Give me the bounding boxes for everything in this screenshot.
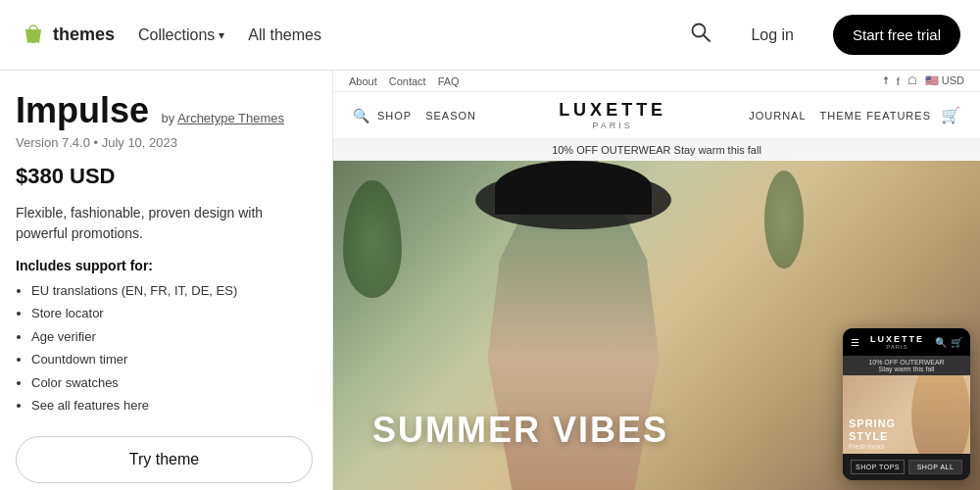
includes-label: Includes support for: (16, 258, 313, 273)
pinterest-icon: ☖ (907, 74, 917, 87)
preview-nav: 🔍 SHOP SEASON LUXETTE PARIS JOURNAL THEM… (333, 92, 980, 139)
features-list: EU translations (EN, FR, IT, DE, ES) Sto… (16, 279, 313, 416)
mobile-brand-area: LUXETTE PARIS (859, 334, 935, 350)
mobile-search-icon: 🔍 (935, 337, 947, 348)
list-item: Color swatches (31, 371, 313, 394)
collections-label: Collections (138, 26, 215, 44)
svg-point-0 (28, 42, 31, 45)
list-item: EU translations (EN, FR, IT, DE, ES) (31, 279, 313, 302)
theme-version: Version 7.4.0 • July 10, 2023 (16, 135, 313, 150)
login-button[interactable]: Log in (751, 26, 794, 44)
by-text: by (162, 111, 175, 125)
preview-faq: FAQ (438, 75, 460, 87)
mobile-shop-tops-btn[interactable]: SHOP TOPS (851, 460, 905, 474)
preview-brand-sub: PARIS (476, 121, 749, 130)
mobile-hero-text-area: SPRING STYLE Fresh looks (849, 417, 896, 450)
mobile-announcement: 10% OFF OUTERWEAR Stay warm this fall (843, 356, 970, 375)
preview-topbar: About Contact FAQ ☨ f ☖ 🇺🇸 USD (333, 71, 980, 92)
mobile-preview: ☰ LUXETTE PARIS 🔍 🛒 10% OFF OUTERWEAR St… (843, 328, 970, 480)
list-item: Countdown timer (31, 348, 313, 370)
left-panel: Impulse by Archetype Themes Version 7.4.… (0, 71, 333, 490)
hat-crown (495, 161, 652, 215)
mobile-hero-text1: SPRING (849, 417, 896, 430)
author-link[interactable]: Archetype Themes (177, 111, 284, 125)
theme-name: Impulse (16, 90, 149, 130)
preview-cart-icon: 🛒 (941, 106, 960, 124)
svg-line-3 (704, 35, 710, 41)
top-nav: themes Collections ▾ All themes Log in S… (0, 0, 980, 71)
preview-shop: SHOP (377, 110, 412, 122)
mobile-shop-all-btn[interactable]: SHOP ALL (908, 460, 962, 474)
logo-text: themes (53, 24, 115, 45)
preview-site: About Contact FAQ ☨ f ☖ 🇺🇸 USD 🔍 SHOP SE… (333, 71, 980, 490)
mobile-hero-text2: STYLE (849, 430, 896, 443)
search-icon[interactable] (690, 22, 711, 48)
chevron-down-icon: ▾ (219, 28, 224, 42)
hero-text: SUMMER VIBES (372, 410, 668, 451)
preview-brand: LUXETTE PARIS (476, 100, 749, 130)
try-theme-button[interactable]: Try theme (16, 436, 313, 483)
theme-description: Flexible, fashionable, proven design wit… (16, 203, 313, 244)
preview-theme-features: THEME FEATURES (820, 110, 931, 122)
theme-author-line: by Archetype Themes (162, 111, 285, 125)
preview-contact: Contact (389, 75, 426, 87)
mobile-brand-sub: PARIS (859, 344, 935, 350)
preview-social-icons: ☨ f ☖ 🇺🇸 USD (883, 74, 964, 87)
mobile-cart-icon: 🛒 (951, 337, 962, 348)
mobile-cta-area: SHOP TOPS SHOP ALL (843, 454, 970, 480)
preview-announcement: 10% OFF OUTERWEAR Stay warm this fall (333, 139, 980, 161)
list-item: Age verifier (31, 325, 313, 348)
right-panel: About Contact FAQ ☨ f ☖ 🇺🇸 USD 🔍 SHOP SE… (333, 71, 980, 490)
logo-area: themes (20, 22, 115, 49)
plant-decoration-2 (764, 171, 804, 269)
shopify-icon (20, 22, 47, 49)
preview-nav-links-right: JOURNAL THEME FEATURES (749, 110, 931, 122)
list-item-features-link: See all features here (31, 394, 313, 416)
preview-brand-name: LUXETTE (476, 100, 749, 121)
theme-price: $380 USD (16, 164, 313, 189)
mobile-hero-sub: Fresh looks (849, 443, 896, 450)
currency-label: 🇺🇸 USD (925, 74, 964, 87)
preview-about: About (349, 75, 377, 87)
preview-hero: SUMMER VIBES ☰ LUXETTE PARIS 🔍 🛒 10 (333, 161, 980, 490)
mobile-nav: ☰ LUXETTE PARIS 🔍 🛒 (843, 328, 970, 356)
preview-nav-links: SHOP SEASON (377, 110, 476, 122)
svg-point-1 (35, 42, 38, 45)
instagram-icon: ☨ (883, 74, 889, 87)
main-content: Impulse by Archetype Themes Version 7.4.… (0, 71, 980, 490)
facebook-icon: f (897, 75, 900, 87)
preview-season: SEASON (425, 110, 476, 122)
preview-search-icon: 🔍 (353, 108, 369, 123)
mobile-brand-name: LUXETTE (859, 334, 935, 344)
mobile-hero: SPRING STYLE Fresh looks (843, 375, 970, 454)
list-item: Store locator (31, 302, 313, 324)
preview-journal: JOURNAL (749, 110, 806, 122)
features-link[interactable]: here (123, 398, 149, 413)
start-trial-button[interactable]: Start free trial (833, 15, 960, 55)
all-themes-nav[interactable]: All themes (248, 26, 321, 44)
theme-title-row: Impulse by Archetype Themes (16, 90, 313, 131)
collections-nav[interactable]: Collections ▾ (138, 26, 224, 44)
mobile-hero-figure (911, 375, 970, 454)
mobile-menu-icon: ☰ (851, 337, 859, 348)
